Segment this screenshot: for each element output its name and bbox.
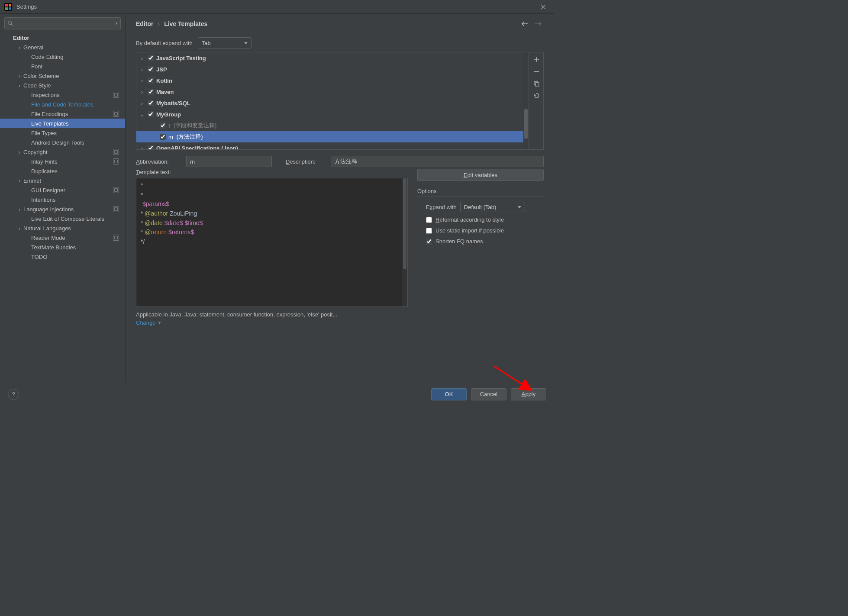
settings-search-input[interactable] bbox=[15, 20, 116, 27]
template-group[interactable]: ›Maven bbox=[136, 86, 529, 97]
chevron-right-icon: › bbox=[139, 55, 145, 61]
sidebar-item-natural-languages[interactable]: ›Natural Languages bbox=[0, 223, 125, 233]
chevron-right-icon: › bbox=[139, 145, 145, 150]
template-group[interactable]: ⌄MyGroup bbox=[136, 109, 529, 120]
sidebar-item-file-and-code-templates[interactable]: File and Code Templates bbox=[0, 100, 125, 109]
sidebar-section-editor[interactable]: Editor bbox=[0, 33, 125, 42]
chevron-right-icon: › bbox=[16, 149, 23, 155]
sidebar-item-textmate-bundles[interactable]: TextMate Bundles bbox=[0, 242, 125, 252]
default-expand-select[interactable]: Tab bbox=[198, 37, 251, 48]
sidebar-item-inlay-hints[interactable]: Inlay Hints bbox=[0, 157, 125, 166]
chevron-right-icon: › bbox=[16, 177, 23, 184]
ok-button[interactable]: OK bbox=[431, 388, 467, 400]
template-text-label: Template text: bbox=[136, 169, 181, 175]
scope-badge-icon bbox=[113, 206, 119, 212]
sidebar-item-android-design-tools[interactable]: Android Design Tools bbox=[0, 138, 125, 147]
default-expand-row: By default expand with Tab bbox=[126, 34, 554, 52]
svg-rect-3 bbox=[5, 7, 8, 10]
apply-button[interactable]: Apply bbox=[511, 388, 546, 400]
sidebar-item-emmet[interactable]: ›Emmet bbox=[0, 176, 125, 185]
settings-tree[interactable]: Editor›GeneralCode EditingFont›Color Sch… bbox=[0, 33, 125, 383]
window-title: Settings bbox=[16, 3, 37, 10]
chevron-right-icon: › bbox=[16, 82, 23, 89]
expand-with-select[interactable]: Default (Tab) bbox=[460, 202, 525, 212]
svg-point-5 bbox=[8, 21, 12, 25]
scope-badge-icon bbox=[113, 158, 119, 164]
app-logo-icon bbox=[4, 3, 12, 11]
scope-badge-icon bbox=[113, 111, 119, 117]
sidebar-item-duplicates[interactable]: Duplicates bbox=[0, 166, 125, 176]
template-text-editor[interactable]: * * $params$ * @author ZouLiPing * @date… bbox=[136, 178, 408, 307]
sidebar-item-live-templates[interactable]: Live Templates bbox=[0, 119, 125, 128]
add-template-icon[interactable] bbox=[532, 55, 541, 64]
sidebar-item-inspections[interactable]: Inspections bbox=[0, 90, 125, 100]
cancel-button[interactable]: Cancel bbox=[471, 388, 506, 400]
template-group[interactable]: ›Mybatis/SQL bbox=[136, 97, 529, 109]
reformat-checkbox[interactable]: Reformat according to style bbox=[426, 216, 544, 223]
description-label: Description: bbox=[286, 158, 326, 165]
template-group[interactable]: ›OpenAPI Specifications (.json) bbox=[136, 142, 529, 149]
chevron-down-icon: ▼ bbox=[158, 320, 162, 325]
chevron-right-icon: › bbox=[139, 100, 145, 106]
settings-sidebar: ▾ Editor›GeneralCode EditingFont›Color S… bbox=[0, 14, 126, 383]
sidebar-item-font[interactable]: Font bbox=[0, 61, 125, 71]
filter-dropdown-icon[interactable]: ▾ bbox=[116, 21, 118, 26]
scope-badge-icon bbox=[113, 149, 119, 155]
titlebar: Settings bbox=[0, 0, 554, 14]
chevron-right-icon: › bbox=[139, 77, 145, 84]
revert-template-icon[interactable] bbox=[532, 91, 541, 100]
scrollbar[interactable] bbox=[523, 52, 529, 149]
template-item[interactable]: f (字段和变量注释) bbox=[136, 120, 529, 131]
svg-rect-7 bbox=[535, 83, 539, 86]
chevron-right-icon: › bbox=[139, 89, 145, 95]
sidebar-item-reader-mode[interactable]: Reader Mode bbox=[0, 233, 125, 242]
abbreviation-label: Abbreviation: bbox=[136, 158, 181, 165]
template-item[interactable]: m (方法注释) bbox=[136, 131, 529, 142]
sidebar-item-general[interactable]: ›General bbox=[0, 42, 125, 52]
nav-back-button[interactable] bbox=[519, 18, 531, 29]
crumb-live-templates: Live Templates bbox=[164, 20, 207, 27]
template-group[interactable]: ›JavaScript Testing bbox=[136, 52, 529, 64]
sidebar-item-live-edit-of-compose-literals[interactable]: Live Edit of Compose Literals bbox=[0, 214, 125, 223]
edit-variables-button[interactable]: Edit variables bbox=[417, 169, 544, 181]
template-group[interactable]: ›JSP bbox=[136, 64, 529, 75]
change-context-link[interactable]: Change▼ bbox=[136, 319, 161, 326]
static-import-checkbox[interactable]: Use static import if possible bbox=[426, 227, 544, 234]
svg-rect-1 bbox=[5, 4, 8, 6]
breadcrumb-bar: Editor › Live Templates bbox=[126, 14, 554, 34]
nav-forward-button bbox=[532, 18, 544, 29]
close-button[interactable] bbox=[537, 1, 550, 13]
scope-badge-icon bbox=[113, 235, 119, 241]
applicable-text: Applicable in Java; Java: statement, con… bbox=[136, 311, 544, 318]
sidebar-item-todo[interactable]: TODO bbox=[0, 252, 125, 261]
default-expand-label: By default expand with bbox=[136, 40, 193, 46]
sidebar-item-file-types[interactable]: File Types bbox=[0, 128, 125, 138]
copy-template-icon[interactable] bbox=[532, 79, 541, 88]
settings-window: Settings ▾ Editor›GeneralCode EditingFon… bbox=[0, 0, 554, 405]
sidebar-item-code-style[interactable]: ›Code Style bbox=[0, 81, 125, 90]
dialog-footer: ? OK Cancel Apply bbox=[0, 383, 554, 405]
chevron-right-icon: › bbox=[16, 73, 23, 79]
sidebar-item-copyright[interactable]: ›Copyright bbox=[0, 147, 125, 157]
sidebar-item-gui-designer[interactable]: GUI Designer bbox=[0, 185, 125, 195]
remove-template-icon[interactable] bbox=[532, 67, 541, 76]
sidebar-item-code-editing[interactable]: Code Editing bbox=[0, 52, 125, 61]
expand-with-label: Expand with bbox=[426, 204, 457, 210]
shorten-fq-checkbox[interactable]: Shorten FQ names bbox=[426, 238, 544, 245]
abbreviation-input[interactable] bbox=[186, 156, 272, 167]
template-group[interactable]: ›Kotlin bbox=[136, 75, 529, 86]
sidebar-item-intentions[interactable]: Intentions bbox=[0, 195, 125, 204]
sidebar-item-color-scheme[interactable]: ›Color Scheme bbox=[0, 71, 125, 81]
settings-search[interactable]: ▾ bbox=[4, 17, 121, 29]
search-icon bbox=[7, 20, 13, 26]
template-groups-list[interactable]: ›JavaScript Testing›JSP›Kotlin›Maven›Myb… bbox=[136, 52, 529, 150]
help-button[interactable]: ? bbox=[8, 389, 19, 400]
crumb-editor[interactable]: Editor bbox=[136, 20, 153, 27]
chevron-right-icon: › bbox=[16, 206, 23, 213]
editor-scrollbar[interactable] bbox=[402, 178, 407, 306]
options-title: Options bbox=[417, 188, 544, 197]
sidebar-item-language-injections[interactable]: ›Language Injections bbox=[0, 204, 125, 214]
description-input[interactable] bbox=[331, 156, 544, 167]
svg-rect-4 bbox=[9, 7, 11, 10]
sidebar-item-file-encodings[interactable]: File Encodings bbox=[0, 109, 125, 119]
